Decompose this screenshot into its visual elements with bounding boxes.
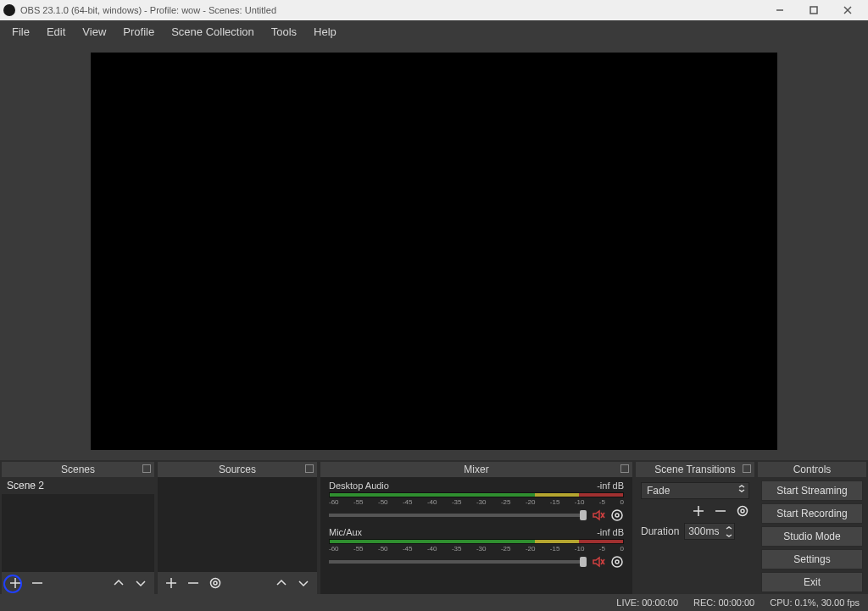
start-recording-button[interactable]: Start Recording: [761, 503, 863, 524]
controls-title: Controls: [793, 464, 832, 475]
mixer-body: Desktop Audio -inf dB -60-55-50-45-40-35…: [320, 477, 632, 594]
chevron-up-icon[interactable]: [724, 524, 734, 531]
sources-dock: Sources: [158, 462, 317, 594]
mute-icon[interactable]: [592, 555, 605, 569]
exit-button[interactable]: Exit: [761, 572, 863, 592]
maximize-button[interactable]: [797, 0, 831, 20]
volume-slider[interactable]: [329, 560, 587, 564]
mixer-channel-mic-aux: Mic/Aux -inf dB -60-55-50-45-40-35-30-25…: [320, 524, 632, 570]
chevron-updown-icon: [738, 485, 745, 492]
transitions-dock: Scene Transitions Fade Duration 300ms: [636, 462, 754, 594]
volume-meter: [329, 492, 624, 497]
duration-label: Duration: [641, 525, 679, 537]
menu-profile[interactable]: Profile: [114, 22, 163, 42]
add-source-button[interactable]: [164, 576, 178, 590]
status-bar: LIVE: 00:00:00 REC: 00:00:00 CPU: 0.1%, …: [0, 594, 868, 611]
mute-icon[interactable]: [592, 508, 605, 522]
remove-scene-button[interactable]: [31, 576, 44, 590]
move-scene-down-button[interactable]: [134, 576, 147, 590]
mixer-popout-icon[interactable]: [620, 464, 629, 473]
channel-settings-icon[interactable]: [610, 555, 624, 569]
studio-mode-button[interactable]: Studio Mode: [761, 526, 863, 547]
start-streaming-button[interactable]: Start Streaming: [761, 480, 863, 501]
scenes-popout-icon[interactable]: [142, 464, 151, 473]
menu-view[interactable]: View: [74, 22, 114, 42]
meter-ticks: -60-55-50-45-40-35-30-25-20-15-10-50: [329, 545, 624, 553]
channel-level: -inf dB: [597, 480, 624, 491]
sources-title: Sources: [219, 464, 256, 475]
controls-body: Start Streaming Start Recording Studio M…: [758, 477, 866, 596]
preview-area: [0, 42, 868, 460]
mixer-title: Mixer: [464, 464, 488, 475]
controls-dock: Controls Start Streaming Start Recording…: [758, 462, 866, 594]
volume-meter: [329, 539, 624, 544]
volume-slider[interactable]: [329, 514, 587, 517]
sources-toolbar: [158, 572, 317, 594]
remove-source-button[interactable]: [186, 576, 200, 590]
svg-point-11: [214, 581, 217, 585]
channel-settings-icon[interactable]: [610, 508, 624, 522]
menu-help[interactable]: Help: [305, 22, 345, 42]
menu-scene-collection[interactable]: Scene Collection: [163, 22, 263, 42]
transitions-body: Fade Duration 300ms: [636, 477, 754, 545]
duration-spinbox[interactable]: 300ms: [684, 523, 735, 540]
sources-popout-icon[interactable]: [305, 464, 314, 473]
add-transition-button[interactable]: [692, 504, 705, 518]
channel-name: Desktop Audio: [329, 480, 389, 491]
status-cpu: CPU: 0.1%, 30.00 fps: [770, 597, 860, 608]
transitions-popout-icon[interactable]: [743, 464, 751, 473]
scenes-toolbar: [2, 572, 154, 594]
move-scene-up-button[interactable]: [112, 576, 125, 590]
transition-selected: Fade: [647, 485, 670, 497]
sources-header: Sources: [158, 462, 317, 477]
svg-point-24: [741, 509, 744, 513]
menu-tools[interactable]: Tools: [263, 22, 305, 42]
scenes-dock: Scenes Scene 2: [2, 462, 154, 594]
scene-item[interactable]: Scene 2: [2, 477, 154, 494]
menu-bar: File Edit View Profile Scene Collection …: [0, 20, 868, 42]
scenes-header: Scenes: [2, 462, 154, 477]
channel-name: Mic/Aux: [329, 527, 362, 537]
scenes-title: Scenes: [61, 464, 95, 475]
svg-point-19: [615, 560, 619, 564]
preview-canvas[interactable]: [91, 53, 777, 450]
titlebar: OBS 23.1.0 (64-bit, windows) - Profile: …: [0, 0, 868, 20]
add-scene-button[interactable]: [8, 576, 22, 590]
source-properties-button[interactable]: [209, 576, 222, 590]
menu-file[interactable]: File: [3, 22, 38, 42]
transitions-title: Scene Transitions: [654, 464, 735, 475]
settings-button[interactable]: Settings: [761, 549, 863, 569]
sources-list[interactable]: [158, 477, 317, 572]
svg-point-15: [615, 514, 619, 517]
svg-rect-1: [810, 7, 817, 14]
controls-header: Controls: [758, 462, 866, 477]
chevron-down-icon[interactable]: [724, 531, 734, 539]
transition-properties-button[interactable]: [736, 504, 749, 518]
docks-row: Scenes Scene 2 Sources: [0, 460, 868, 594]
minimize-button[interactable]: [763, 0, 797, 20]
move-source-up-button[interactable]: [275, 576, 288, 590]
mixer-dock: Mixer Desktop Audio -inf dB -60-55-50-45…: [320, 462, 632, 594]
menu-edit[interactable]: Edit: [38, 22, 74, 42]
move-source-down-button[interactable]: [297, 576, 310, 590]
mixer-header: Mixer: [320, 462, 632, 477]
scenes-list[interactable]: Scene 2: [2, 477, 154, 572]
transition-select[interactable]: Fade: [641, 482, 749, 499]
status-live: LIVE: 00:00:00: [616, 597, 678, 608]
mixer-channel-desktop-audio: Desktop Audio -inf dB -60-55-50-45-40-35…: [320, 477, 632, 524]
remove-transition-button[interactable]: [714, 504, 727, 518]
meter-ticks: -60-55-50-45-40-35-30-25-20-15-10-50: [329, 498, 624, 506]
close-button[interactable]: [831, 0, 865, 20]
status-rec: REC: 00:00:00: [693, 597, 754, 608]
spin-buttons[interactable]: [724, 524, 734, 539]
transitions-header: Scene Transitions: [636, 462, 754, 477]
window-title: OBS 23.1.0 (64-bit, windows) - Profile: …: [20, 5, 763, 15]
duration-value: 300ms: [688, 525, 719, 537]
channel-level: -inf dB: [597, 527, 624, 537]
obs-logo-icon: [3, 4, 15, 16]
